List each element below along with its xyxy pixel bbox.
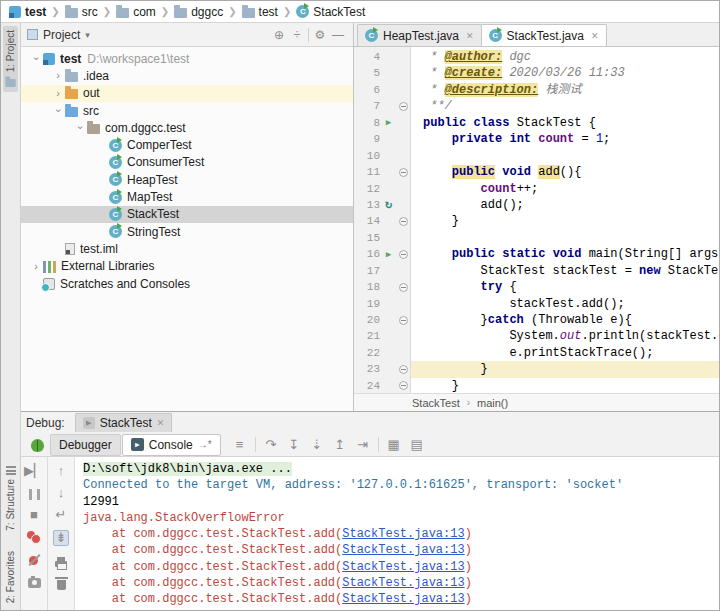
editor-breadcrumb: StackTest › main() [354,393,719,411]
breadcrumb-item[interactable]: test [242,5,278,19]
scroll-end-button[interactable]: ⇟ [53,530,70,546]
debug-view-tab-debugger[interactable]: Debugger [50,434,121,456]
breadcrumb-item[interactable]: com [116,5,156,19]
locate-button[interactable]: ⊕ [270,28,288,42]
editor-tab-stacktest.java[interactable]: CStackTest.java✕ [481,24,607,46]
menu-button[interactable]: ≡ [229,437,251,452]
toolwindow-button-favorites[interactable]: 2: Favorites [4,547,17,607]
breadcrumb-method[interactable]: main() [477,397,508,409]
folder-icon [242,8,255,18]
debug-view-tab-console[interactable]: ▸Console→* [122,434,221,456]
console-output[interactable]: D:\soft\jdk8\bin\java.exe ...Connected t… [75,457,719,611]
breadcrumb-item[interactable]: dggcc [174,5,223,19]
stack-trace-link[interactable]: StackTest.java:13 [342,527,464,541]
fold-icon[interactable] [399,217,408,226]
step-out-button[interactable]: ↥ [329,437,351,452]
tree-item-consumertest[interactable]: CConsumerTest [21,154,353,171]
run-gutter-icon[interactable]: ▶ [386,250,391,260]
tree-chevron[interactable]: › [75,121,86,135]
folder-icon [65,72,78,82]
chevron-down-icon[interactable]: ▾ [85,30,90,40]
view-breakpoints-button[interactable] [27,530,41,544]
scroll-end-icon: ⇟ [56,531,67,544]
tree-item-test[interactable]: ›testD:\workspace1\test [21,50,353,67]
layout-button[interactable]: ▤ [406,437,428,452]
settings-button[interactable]: ⚙ [311,28,329,42]
tree-item-compertest[interactable]: CComperTest [21,136,353,153]
fold-icon[interactable] [399,316,408,325]
tree-item--idea[interactable]: ›.idea [21,67,353,84]
stack-trace-link[interactable]: StackTest.java:13 [342,592,464,606]
fold-icon[interactable] [399,168,408,177]
tree-chevron[interactable]: › [53,104,64,118]
tree-item-external-libraries[interactable]: ›External Libraries [21,258,353,275]
fold-icon[interactable] [399,381,408,390]
console-line: 12991 [83,494,719,510]
line-number: 23 [354,361,380,377]
stack-trace-link[interactable]: StackTest.java:13 [342,543,464,557]
fold-icon[interactable] [399,250,408,259]
tree-item-src[interactable]: ›src [21,102,353,119]
tree-chevron[interactable]: › [51,70,65,81]
step-over-button[interactable]: ↷ [260,437,282,452]
run-to-cursor-button[interactable]: ⇥ [352,437,374,452]
evaluate-button[interactable]: ▦ [383,437,405,452]
up-button[interactable]: ↑ [58,464,65,478]
pause-button[interactable] [29,486,40,500]
breadcrumb-item[interactable]: test [9,5,46,19]
fold-icon[interactable] [399,365,408,374]
debug-label: Debug: [26,416,65,430]
line-number: 9 [354,131,380,147]
tree-chevron[interactable]: › [29,261,43,272]
debug-session-tab-label: StackTest [100,416,152,430]
project-panel-title[interactable]: Project [43,28,80,42]
resume-button[interactable]: ▶▏ [24,464,44,478]
camera-button[interactable] [28,575,41,589]
tree-item-maptest[interactable]: CMapTest [21,188,353,205]
tree-item-stringtest[interactable]: CStringTest [21,223,353,240]
close-icon[interactable]: ✕ [157,418,165,428]
debug-session-tab[interactable]: ▶ StackTest ✕ [75,413,173,432]
breadcrumb-item[interactable]: src [65,5,98,19]
evaluate-icon: ▦ [388,438,400,451]
tree-chevron[interactable]: › [51,88,65,99]
force-step-into-button[interactable]: ⇣ [306,437,328,452]
line-number: 7 [354,98,380,114]
soft-wrap-button[interactable]: ↵ [56,508,67,522]
recursive-call-icon[interactable]: ↻ [385,198,392,212]
tree-item-heaptest[interactable]: CHeapTest [21,171,353,188]
down-button[interactable]: ↓ [58,486,65,500]
tree-item-out[interactable]: ›out [21,85,353,102]
pause-icon [29,489,40,500]
close-icon[interactable]: ✕ [466,31,474,41]
trash-button[interactable] [57,576,66,590]
collapse-button[interactable]: ÷ [288,28,306,42]
toolwindow-button-project[interactable]: 1: Project [3,26,18,92]
tree-item-com-dggcc-test[interactable]: ›com.dggcc.test [21,119,353,136]
editor-tab-bar: CHeapTest.java✕CStackTest.java✕ [354,23,719,47]
run-gutter-icon[interactable]: ▶ [386,118,391,128]
collapse-icon: ÷ [294,29,301,41]
stop-button[interactable]: ■ [30,508,38,522]
print-button[interactable] [55,554,67,568]
tree-item-stacktest[interactable]: CStackTest [21,206,353,223]
mute-breakpoints-button[interactable] [28,552,41,566]
line-number: 16 [354,246,380,262]
code-editor[interactable]: 45678▶910111213↻141516▶1718192021222324 … [354,47,719,393]
line-number: 15 [354,230,380,246]
editor-tab-heaptest.java[interactable]: CHeapTest.java✕ [357,24,482,46]
close-icon[interactable]: ✕ [591,31,599,41]
stack-trace-link[interactable]: StackTest.java:13 [342,560,464,574]
breadcrumb-class[interactable]: StackTest [412,397,460,409]
step-into-button[interactable]: ↧ [283,437,305,452]
tree-chevron[interactable]: › [31,52,42,66]
jump-to-output-icon[interactable]: →* [198,439,212,450]
tree-item-scratches-and-consoles[interactable]: Scratches and Consoles [21,275,353,292]
fold-icon[interactable] [399,283,408,292]
stack-trace-link[interactable]: StackTest.java:13 [342,576,464,590]
breadcrumb-item[interactable]: CStackTest [296,5,365,19]
fold-icon[interactable] [399,102,408,111]
tree-item-test-iml[interactable]: test.iml [21,240,353,257]
hide-button[interactable]: — [329,28,347,42]
toolwindow-button-structure[interactable]: 7: Structure [4,462,17,535]
